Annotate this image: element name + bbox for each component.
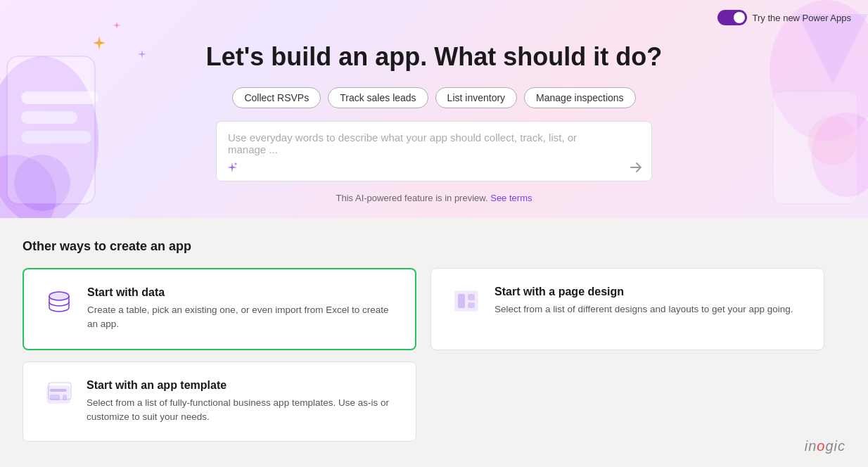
send-button[interactable]: [630, 161, 642, 177]
card-start-with-template-title: Start with an app template: [87, 379, 396, 392]
card-start-with-page-design-desc: Select from a list of different designs …: [494, 302, 793, 316]
card-start-with-page-design[interactable]: Start with a page design Select from a l…: [430, 268, 824, 350]
svg-rect-18: [468, 302, 475, 308]
start-with-data-icon: [44, 286, 75, 317]
card-row2-spacer: [430, 362, 824, 442]
card-start-with-template-text: Start with an app template Select from a…: [87, 379, 396, 425]
svg-rect-17: [468, 294, 475, 300]
star-icon-1: [91, 35, 107, 51]
start-with-template-icon: [43, 379, 74, 410]
star-icon-2: [113, 21, 121, 30]
cards-row-1: Start with data Create a table, pick an …: [23, 268, 845, 350]
main-content: Other ways to create an app Start with d…: [0, 218, 868, 463]
hero-title: Let's build an app. What should it do?: [206, 42, 663, 72]
card-start-with-template[interactable]: Start with an app template Select from a…: [23, 362, 416, 442]
suggestion-chips: Collect RSVPs Track sales leads List inv…: [232, 87, 635, 108]
see-terms-link[interactable]: See terms: [490, 193, 532, 203]
card-start-with-template-desc: Select from a list of fully-functional b…: [87, 396, 396, 425]
svg-rect-11: [773, 91, 857, 204]
chip-collect-rsvps[interactable]: Collect RSVPs: [232, 87, 321, 108]
chip-list-inventory[interactable]: List inventory: [435, 87, 517, 108]
svg-rect-20: [50, 389, 67, 392]
toggle-bar[interactable]: Try the new Power Apps: [717, 10, 851, 25]
chip-track-sales-leads[interactable]: Track sales leads: [328, 87, 428, 108]
deco-left: [0, 0, 162, 218]
svg-point-8: [812, 113, 868, 197]
card-start-with-data-title: Start with data: [87, 286, 395, 299]
svg-rect-4: [21, 131, 91, 143]
cards-row-2: Start with an app template Select from a…: [23, 362, 845, 442]
svg-point-1: [0, 155, 56, 218]
power-apps-toggle[interactable]: [717, 10, 747, 25]
app-description-input[interactable]: [216, 121, 652, 181]
card-start-with-data-text: Start with data Create a table, pick an …: [87, 286, 395, 332]
card-start-with-page-design-text: Start with a page design Select from a l…: [494, 286, 793, 316]
app-description-input-wrapper: [216, 121, 652, 184]
other-ways-title: Other ways to create an app: [23, 239, 845, 254]
svg-point-10: [808, 116, 857, 165]
branding: inogic: [805, 438, 845, 454]
hero-section: Try the new Power Apps Let's build an ap…: [0, 0, 868, 218]
card-start-with-data[interactable]: Start with data Create a table, pick an …: [23, 268, 416, 350]
ai-sparkle-icon: [226, 161, 238, 177]
start-with-page-design-icon: [451, 286, 482, 316]
svg-point-5: [14, 155, 70, 211]
toggle-label: Try the new Power Apps: [753, 13, 851, 23]
ai-preview-notice: This AI-powered feature is in preview. S…: [336, 193, 532, 203]
chip-manage-inspections[interactable]: Manage inspections: [524, 87, 636, 108]
card-start-with-page-design-title: Start with a page design: [494, 286, 793, 298]
card-start-with-data-desc: Create a table, pick an existing one, or…: [87, 303, 395, 332]
star-icon-3: [137, 49, 147, 59]
svg-rect-16: [458, 294, 465, 308]
svg-point-12: [235, 163, 237, 165]
deco-right: [706, 0, 868, 218]
svg-point-0: [0, 56, 98, 218]
svg-rect-6: [7, 56, 95, 204]
svg-rect-3: [21, 111, 77, 124]
svg-rect-2: [21, 91, 98, 104]
